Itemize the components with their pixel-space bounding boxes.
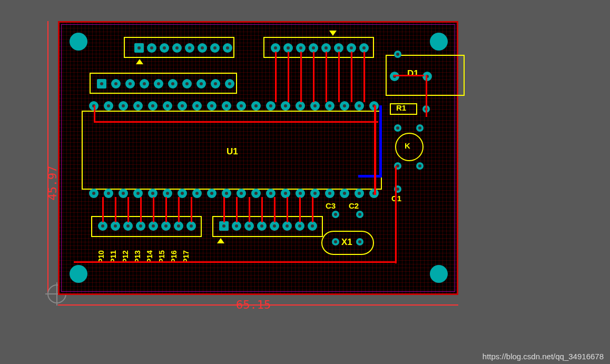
trace [153,197,154,222]
pad [134,43,144,53]
trace [178,197,180,222]
pad [111,79,121,88]
ic-pad [340,189,349,198]
trace [261,197,263,222]
trace [338,52,340,102]
pad [154,79,163,88]
ic-pad [222,101,231,111]
trace [74,261,395,263]
pad [282,221,292,231]
dim-height: 45.97 [46,165,59,200]
pad [390,72,399,81]
label-c2: C2 [349,201,359,210]
pad [394,51,401,58]
ic-pad [163,101,172,111]
trace [326,52,327,102]
label-x1: X1 [341,237,352,248]
ic-pad [266,101,276,111]
ic-pad [163,189,172,198]
ic-pad [340,101,349,111]
pin1-marker [136,59,143,64]
trace [395,166,397,263]
ic-pad [119,101,128,111]
trace [426,75,427,117]
pad [196,79,206,88]
pad [147,43,156,53]
trace [236,197,238,222]
pad [223,43,232,53]
pin1-marker [217,238,224,243]
ic-pad [281,101,290,111]
mounting-hole [430,33,448,51]
ic-pad [237,189,246,198]
pad [140,79,149,88]
ic-pad [251,101,261,111]
pad [332,238,339,245]
pad [356,211,363,218]
trace [191,197,192,222]
mounting-hole [430,265,448,283]
mounting-hole [70,265,87,283]
trace [313,52,314,102]
pad [97,79,106,88]
pad [111,221,120,231]
pad [168,79,178,88]
ic-pad [237,101,246,111]
trace [358,175,382,178]
label-c3: C3 [326,201,336,210]
trace [165,197,167,222]
pad [332,211,339,218]
pad [198,43,207,53]
trace [363,52,365,102]
trace [300,52,302,102]
ic-pad [296,101,305,111]
ic-pad [310,101,320,111]
pad [308,221,317,231]
pad [416,124,424,132]
pad [123,221,133,231]
ic-pad [148,101,158,111]
pad [185,43,194,53]
pad [136,221,145,231]
trace [223,197,225,222]
pad [161,221,171,231]
header-p3 [212,216,323,237]
pad [210,43,220,53]
mounting-hole [70,33,87,51]
ic-pad [178,101,187,111]
pad [160,43,169,53]
trace [379,105,382,176]
pad [186,221,196,231]
pad [422,72,432,81]
dim-width: 65.15 [236,298,271,311]
trace [374,105,376,195]
pad [98,221,107,231]
trace [249,197,250,222]
ic-pad [104,189,113,198]
pcb-canvas: 65.15 45.97 U1 [0,0,610,364]
pad [225,79,234,88]
ic-pad [325,189,334,198]
ic-pad [281,189,290,198]
trace [312,197,313,222]
trace [94,105,95,122]
ic-pad [119,189,128,198]
ic-pad [207,189,217,198]
ic-pad [104,101,113,111]
trace [393,75,424,76]
pad [172,43,182,53]
trace [287,197,288,222]
ic-label: U1 [227,146,238,157]
ic-pad [355,189,364,198]
pin1-marker [329,31,337,36]
ic-pad [89,189,99,198]
pad [416,162,424,170]
ic-pad [192,189,202,198]
trace [102,197,104,222]
label-r1: R1 [396,103,406,112]
ic-pad [207,101,217,111]
pad [232,221,241,231]
ic-pad [355,101,364,111]
pad [219,221,229,231]
dim-v-line [47,21,48,295]
